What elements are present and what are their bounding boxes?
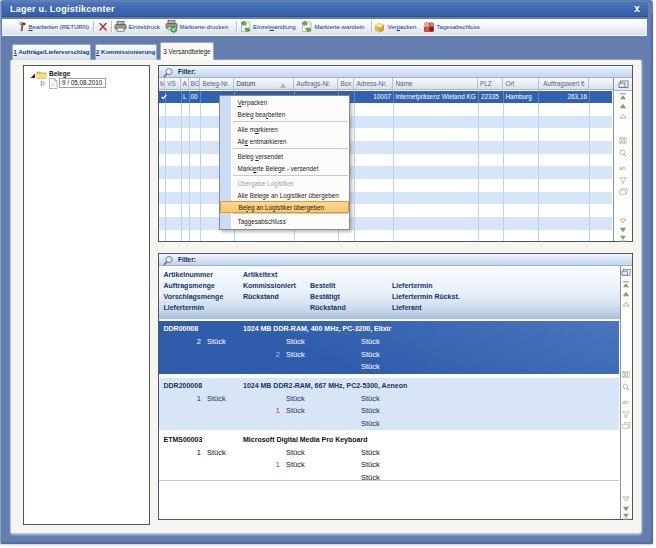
svg-text:ab: ab bbox=[619, 165, 626, 171]
svg-text:ab: ab bbox=[622, 399, 629, 405]
